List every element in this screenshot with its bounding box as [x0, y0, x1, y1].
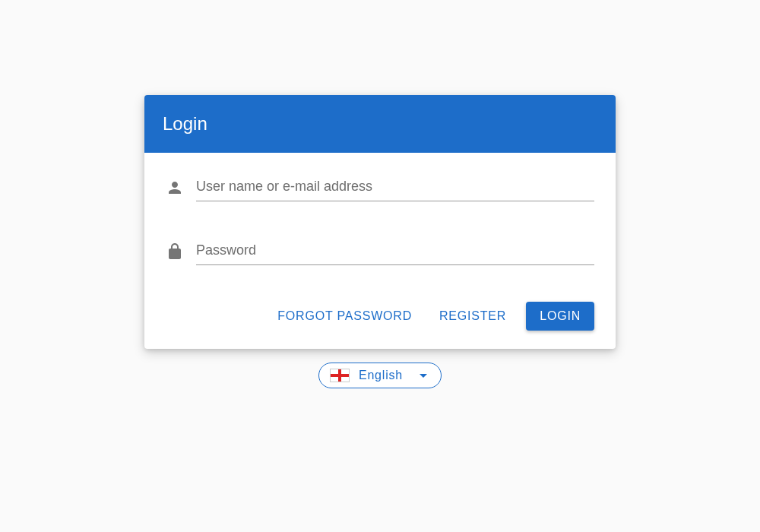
card-body: Forgot Password Register Login [144, 153, 616, 349]
language-selector[interactable]: English [318, 363, 442, 388]
actions-row: Forgot Password Register Login [166, 302, 594, 331]
lock-icon [166, 242, 184, 261]
login-button[interactable]: Login [526, 302, 594, 331]
register-button[interactable]: Register [432, 302, 514, 331]
forgot-password-button[interactable]: Forgot Password [270, 302, 420, 331]
flag-icon [330, 369, 350, 382]
password-field [166, 238, 594, 265]
card-header-title: Login [144, 95, 616, 153]
chevron-down-icon [420, 374, 427, 378]
language-label: English [359, 369, 403, 382]
login-card: Login [144, 95, 616, 349]
username-field [166, 174, 594, 201]
person-icon [166, 179, 184, 197]
password-input[interactable] [196, 238, 594, 265]
username-input[interactable] [196, 174, 594, 201]
